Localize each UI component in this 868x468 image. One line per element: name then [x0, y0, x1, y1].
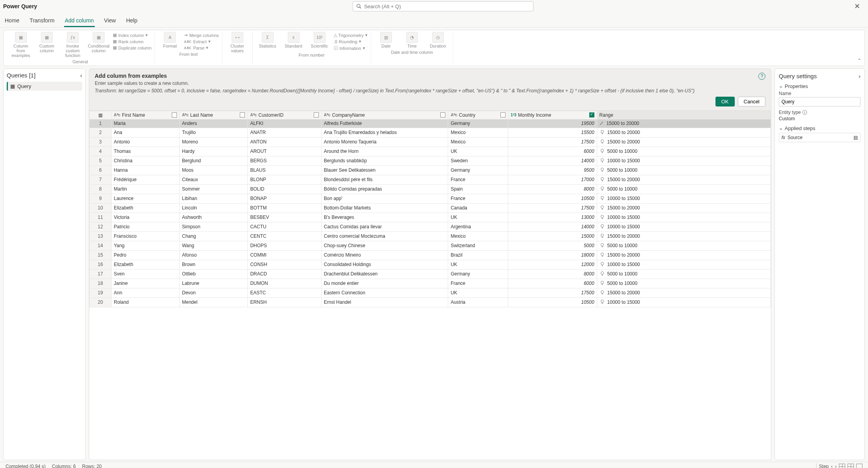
- cell-country[interactable]: France: [448, 279, 508, 288]
- cell-monthly-income[interactable]: 14000: [508, 156, 597, 165]
- cell-first-name[interactable]: Laurence: [111, 194, 179, 203]
- search-input[interactable]: [364, 4, 530, 9]
- table-row[interactable]: 16ElizabethBrownCONSHConsolidated Holdin…: [90, 260, 771, 269]
- ok-button[interactable]: OK: [715, 97, 735, 106]
- cell-country[interactable]: Spain: [448, 184, 508, 194]
- invoke-custom-function-button[interactable]: ƒxInvoke custom function: [61, 32, 85, 58]
- data-table-wrap[interactable]: ▦ AᴮcFirst Name AᴮcLast Name AᴮcCustomer…: [89, 111, 771, 460]
- cell-last-name[interactable]: Brown: [179, 260, 247, 269]
- cell-last-name[interactable]: Afonso: [179, 250, 247, 260]
- cell-customer-id[interactable]: AROUT: [248, 147, 321, 156]
- cell-country[interactable]: Canada: [448, 203, 508, 213]
- cell-last-name[interactable]: Citeaux: [179, 175, 247, 184]
- table-row[interactable]: 11VictoriaAshworthBESBEVB's BeveragesUK1…: [90, 213, 771, 222]
- duplicate-column-button[interactable]: ▦ Duplicate column: [113, 45, 151, 50]
- cell-first-name[interactable]: Antonio: [111, 137, 179, 147]
- cell-company-name[interactable]: Ana Trujillo Emaredados y helados: [321, 128, 448, 137]
- col-company-name[interactable]: AᴮcCompanyName: [321, 111, 448, 119]
- cell-last-name[interactable]: Anders: [179, 119, 247, 128]
- cell-customer-id[interactable]: BERGS: [248, 156, 321, 165]
- cell-first-name[interactable]: Ann: [111, 288, 179, 297]
- cell-first-name[interactable]: Elizabeth: [111, 260, 179, 269]
- col-check-customer-id[interactable]: [314, 112, 319, 117]
- cell-company-name[interactable]: Berglunds snabbköp: [321, 156, 448, 165]
- cell-customer-id[interactable]: DUMON: [248, 279, 321, 288]
- cell-company-name[interactable]: Bólido Comidas preparadas: [321, 184, 448, 194]
- cell-company-name[interactable]: Bon app': [321, 194, 448, 203]
- cell-range[interactable]: 15000 to 20000: [597, 128, 771, 137]
- date-button[interactable]: ▥Date: [374, 32, 398, 48]
- cell-company-name[interactable]: Antonio Moreno Taqueria: [321, 137, 448, 147]
- tab-home[interactable]: Home: [4, 15, 20, 27]
- cell-first-name[interactable]: Roland: [111, 297, 179, 307]
- cell-monthly-income[interactable]: 9500: [508, 165, 597, 175]
- cell-range[interactable]: 10000 to 15000: [597, 260, 771, 269]
- cell-company-name[interactable]: Around the Horn: [321, 147, 448, 156]
- cell-last-name[interactable]: Wang: [179, 241, 247, 250]
- cell-customer-id[interactable]: ERNSH: [248, 297, 321, 307]
- cell-first-name[interactable]: Christina: [111, 156, 179, 165]
- cell-last-name[interactable]: Lincoln: [179, 203, 247, 213]
- cell-country[interactable]: Sweden: [448, 156, 508, 165]
- cell-last-name[interactable]: Ottlieb: [179, 269, 247, 279]
- cell-range[interactable]: 15000 to 20000: [597, 288, 771, 297]
- cell-first-name[interactable]: Thomas: [111, 147, 179, 156]
- table-row[interactable]: 12PatricioSimpsonCACTUCactus Comidas par…: [90, 222, 771, 231]
- cell-country[interactable]: Germany: [448, 165, 508, 175]
- view-grid-button[interactable]: [839, 464, 845, 468]
- parse-button[interactable]: ᴀʙᴄ Parse ▾: [184, 45, 219, 50]
- col-last-name[interactable]: AᴮcLast Name: [179, 111, 247, 119]
- cell-range[interactable]: 10000 to 15000: [597, 213, 771, 222]
- cell-customer-id[interactable]: BOLID: [248, 184, 321, 194]
- table-row[interactable]: 9LaurenceLibihanBONAPBon app'France10500…: [90, 194, 771, 203]
- cell-company-name[interactable]: Comércio Mineiro: [321, 250, 448, 260]
- cell-last-name[interactable]: Mendel: [179, 297, 247, 307]
- cell-country[interactable]: Mexico: [448, 231, 508, 241]
- table-row[interactable]: 13FransciscoChangCENTCCentro comercial M…: [90, 231, 771, 241]
- cell-first-name[interactable]: Hanna: [111, 165, 179, 175]
- cell-customer-id[interactable]: EASTC: [248, 288, 321, 297]
- cell-company-name[interactable]: Eastern Connection: [321, 288, 448, 297]
- cell-country[interactable]: France: [448, 194, 508, 203]
- cell-country[interactable]: Brazil: [448, 250, 508, 260]
- cell-customer-id[interactable]: DHOPS: [248, 241, 321, 250]
- cell-country[interactable]: UK: [448, 213, 508, 222]
- table-row[interactable]: 18JanineLabruneDUMONDu monde entierFranc…: [90, 279, 771, 288]
- cell-first-name[interactable]: Martin: [111, 184, 179, 194]
- step-settings-icon[interactable]: ▤: [853, 135, 858, 140]
- cell-customer-id[interactable]: ANTON: [248, 137, 321, 147]
- cluster-values-button[interactable]: ∘∘Cluster values: [226, 32, 249, 53]
- cell-company-name[interactable]: Bottom-Dollar Markets: [321, 203, 448, 213]
- cell-range[interactable]: 5000 to 10000: [597, 269, 771, 279]
- col-first-name[interactable]: AᴮcFirst Name: [111, 111, 179, 119]
- collapse-queries-icon[interactable]: ‹: [80, 72, 82, 79]
- col-country[interactable]: AᴮcCountry: [448, 111, 508, 119]
- cell-range[interactable]: 15000 to 20000: [597, 175, 771, 184]
- cell-monthly-income[interactable]: 17500: [508, 137, 597, 147]
- cell-monthly-income[interactable]: 14000: [508, 222, 597, 231]
- table-row[interactable]: 19AnnDevonEASTCEastern ConnectionUK17500…: [90, 288, 771, 297]
- expand-settings-icon[interactable]: ›: [859, 73, 861, 79]
- cell-country[interactable]: Germany: [448, 269, 508, 279]
- cell-monthly-income[interactable]: 6000: [508, 147, 597, 156]
- cell-monthly-income[interactable]: 17500: [508, 288, 597, 297]
- statistics-button[interactable]: ΣStatistics: [256, 32, 280, 51]
- cell-monthly-income[interactable]: 13000: [508, 213, 597, 222]
- cell-range[interactable]: 15000 to 20000: [597, 203, 771, 213]
- cell-country[interactable]: Mexico: [448, 128, 508, 137]
- tab-transform[interactable]: Transform: [29, 15, 55, 27]
- cell-monthly-income[interactable]: 17000: [508, 175, 597, 184]
- cell-company-name[interactable]: Drachenblut Delikatessen: [321, 269, 448, 279]
- cell-range[interactable]: 10000 to 15000: [597, 156, 771, 165]
- cell-range[interactable]: 5000 to 10000: [597, 147, 771, 156]
- extract-button[interactable]: ᴀʙᴄ Extract ▾: [184, 39, 219, 44]
- cell-first-name[interactable]: Elizabeth: [111, 203, 179, 213]
- table-row[interactable]: 14YangWangDHOPSChop-suey ChineseSwitzerl…: [90, 241, 771, 250]
- table-row[interactable]: 4ThomasHardyAROUTAround the HornUK600050…: [90, 147, 771, 156]
- cell-last-name[interactable]: Libihan: [179, 194, 247, 203]
- cell-last-name[interactable]: Sommer: [179, 184, 247, 194]
- cell-last-name[interactable]: Chang: [179, 231, 247, 241]
- cell-customer-id[interactable]: CACTU: [248, 222, 321, 231]
- step-prev-button[interactable]: ‹: [831, 464, 833, 468]
- column-from-examples-button[interactable]: ▦Column from examples: [9, 32, 33, 58]
